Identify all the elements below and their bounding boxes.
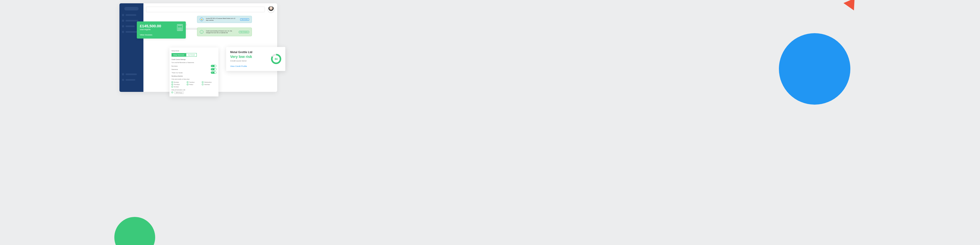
days-checkbox-grid: Mondays Tuesdays Wednesdays Thursdays Fr…: [172, 81, 216, 88]
view-company-button[interactable]: View Company: [239, 31, 249, 33]
thursday-checkbox[interactable]: [172, 84, 173, 85]
credit-score-value: 84: [275, 58, 277, 60]
sidebar: [119, 3, 143, 92]
eligible-card: £145,500.00 total eligible View Invoices: [137, 21, 186, 38]
invoice-icon: [177, 24, 183, 31]
decorative-circle-blue: [779, 33, 850, 105]
notification-text: Credit score banding of Amazon.com, Inc.…: [206, 30, 236, 34]
search-input[interactable]: [146, 6, 265, 12]
only-send-description: Only send emails on these days: [172, 78, 216, 80]
tab-your-domain[interactable]: Your Domain: [186, 53, 197, 57]
credit-change-notification: ↓ Credit score banding of Amazon.com, In…: [197, 27, 252, 36]
delay-row: Delay all reminders until:: [172, 89, 216, 91]
tab-satago-subdomain[interactable]: Satago Subdomain: [172, 53, 186, 57]
view-invoices-link[interactable]: View Invoices: [140, 34, 161, 36]
reminders-label: Reminders: [172, 65, 178, 67]
notification-text: Invoice 007-INC of Customer Metal Grettl…: [206, 18, 238, 21]
reminders-toggle[interactable]: On: [211, 65, 216, 67]
decorative-circle-green: [115, 217, 155, 245]
sidebar-nav-item[interactable]: [122, 14, 141, 16]
logo-placeholder: [124, 7, 138, 11]
statements-label: Statements: [172, 68, 178, 70]
delay-label: Delay all reminders until:: [172, 89, 186, 91]
saturday-checkbox[interactable]: [202, 84, 204, 85]
risk-level: Very low risk: [230, 55, 252, 59]
decorative-arrow: [843, 0, 860, 11]
friday-checkbox[interactable]: [187, 84, 188, 85]
view-credit-profile-link[interactable]: View Credit Profile: [230, 65, 252, 67]
risk-card: Metal Grettle Ltd Very low risk Credit s…: [226, 47, 285, 71]
credit-score-ring: 84: [271, 54, 281, 64]
settings-panel: Setup Email Satago Subdomain Your Domain…: [169, 48, 218, 97]
credit-control-settings-title: Credit Control Settings: [172, 59, 216, 60]
eligible-label: total eligible: [140, 28, 161, 30]
statements-toggle[interactable]: On: [211, 68, 216, 70]
risk-trend-label: Credit score trend: [230, 60, 252, 62]
risk-company-name: Metal Grettle Ltd: [230, 51, 252, 54]
delay-checkbox[interactable]: [172, 92, 173, 93]
user-avatar[interactable]: [267, 6, 275, 13]
tuesday-checkbox[interactable]: [187, 81, 188, 83]
wednesday-checkbox[interactable]: [202, 81, 204, 83]
bell-icon: 🔔: [200, 18, 204, 21]
download-icon: ↓: [200, 30, 204, 34]
turn-off-description: Turn on/off all Reminders or Statements: [172, 62, 216, 63]
setup-email-title: Setup Email: [172, 50, 216, 52]
delay-date-input[interactable]: dd/mm/yyyy: [174, 91, 184, 94]
sunday-checkbox[interactable]: [172, 86, 173, 88]
sending-schedule-title: Sending schedule: [172, 75, 216, 77]
domain-tab-group: Satago Subdomain Your Domain: [172, 53, 216, 57]
view-invoice-button[interactable]: View Invoice: [240, 18, 249, 21]
sidebar-nav-item[interactable]: [122, 73, 141, 75]
invoice-overdue-notification: 🔔 Invoice 007-INC of Customer Metal Gret…: [197, 16, 252, 23]
monday-checkbox[interactable]: [172, 81, 173, 83]
thankyou-toggle[interactable]: On: [211, 72, 216, 74]
sidebar-nav-item[interactable]: [122, 79, 141, 81]
eligible-amount: £145,500.00: [140, 24, 161, 28]
thankyou-label: "Thank You" Emails: [172, 72, 183, 73]
topbar: [146, 6, 275, 13]
